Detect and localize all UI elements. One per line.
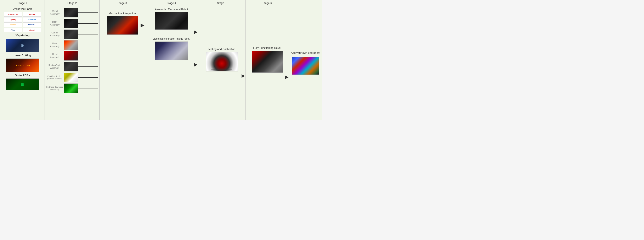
rocker-connector <box>78 66 98 67</box>
trossen-logo: TROSSEN <box>22 12 41 17</box>
stage-6: Stage 6 Fully Functioning Rover ▶ <box>246 0 289 120</box>
pivot-assembly-image <box>64 40 78 50</box>
elec-testing-label: Electrical Testing(outside of robot) <box>46 75 64 80</box>
stage-4: Stage 4 Assembled Mechanical Robot ▶ Ele… <box>145 0 198 120</box>
electrical-integration-title: Electrical Integration (inside robot) <box>152 37 190 41</box>
stage3-to-stage4-arrow: ▶ <box>140 22 144 28</box>
software-connector <box>78 88 98 88</box>
stage-1-header: Stage 1 <box>0 0 44 6</box>
corner-assembly-image <box>64 30 78 39</box>
stage-2-header: Stage 2 <box>45 0 100 6</box>
testing-image <box>206 52 238 71</box>
corner-assembly-row: CornerAssembly <box>46 29 98 40</box>
main-diagram: Stage 1 Order the Parts McMaster-Carr TR… <box>0 0 322 120</box>
3dprinting-title: 3D printing <box>15 34 30 37</box>
digikey-logo: Digi-Key <box>4 17 22 22</box>
head-connector <box>78 56 98 56</box>
upgrades-title: Add your own upgrades! <box>291 51 320 55</box>
stage-3: Stage 3 Mechanical Integration ▶ <box>100 0 145 120</box>
usdigital-logo: US DIGITAL <box>22 23 41 27</box>
stage-2: Stage 2 WheelAssembly BodyAssembly Corn <box>45 0 100 120</box>
stage-final: - Add your own upgrades! <box>289 0 322 120</box>
wheel-assembly-image <box>64 8 78 18</box>
functioning-rover-title: Fully Functioning Rover <box>253 46 282 50</box>
body-assembly-row: BodyAssembly <box>46 18 98 29</box>
software-image <box>64 83 78 93</box>
3dprint-image: ⚙ <box>6 39 39 52</box>
assembled-robot-block: Assembled Mechanical Robot <box>155 8 188 30</box>
mech-integration-title: Mechanical Integration <box>109 12 136 15</box>
stage-1: Stage 1 Order the Parts McMaster-Carr TR… <box>0 0 45 120</box>
elec-testing-row: Electrical Testing(outside of robot) <box>46 72 98 83</box>
adafruit-logo: adafruit <box>22 28 41 32</box>
head-assembly-image <box>64 51 78 61</box>
head-assembly-row: HeadAssembly <box>46 51 98 61</box>
assembled-robot-title: Assembled Mechanical Robot <box>155 8 188 11</box>
order-pcbs-title: Order PCBs <box>15 74 30 77</box>
head-assembly-label: HeadAssembly <box>46 53 64 59</box>
functioning-rover-block: Fully Functioning Rover <box>252 46 283 73</box>
mcmaster-logo: McMaster-Carr <box>4 12 22 17</box>
order-parts-title: Order the Parts <box>13 7 32 10</box>
upgrades-image <box>292 57 319 75</box>
stage4-elec-to-stage5-arrow: ▶ <box>194 62 198 67</box>
body-connector <box>78 23 98 24</box>
pololu-logo: Pololu <box>4 28 22 32</box>
rocker-assembly-row: Rocker-BogieAssembly <box>46 62 98 72</box>
stage-6-header: Stage 6 <box>246 0 289 6</box>
testing-title: Testing and Calibration <box>208 48 235 51</box>
elec-connector <box>78 77 98 78</box>
rocker-assembly-label: Rocker-BogieAssembly <box>46 64 64 69</box>
mech-integration-image <box>107 16 138 35</box>
pivot-connector <box>78 45 98 45</box>
electrical-integration-image <box>155 42 188 60</box>
stage-4-header: Stage 4 <box>145 0 198 6</box>
corner-assembly-label: CornerAssembly <box>46 31 64 37</box>
assembled-robot-image <box>155 12 188 30</box>
software-row: Software Downloadand Setup <box>46 83 98 93</box>
stage5-to-stage6-arrow: ▶ <box>242 73 245 79</box>
laser-image: LASER CUTTING <box>6 59 39 72</box>
testing-block: Testing and Calibration <box>206 48 238 71</box>
body-assembly-label: BodyAssembly <box>46 21 64 26</box>
stage-5-header: Stage 5 <box>198 0 246 6</box>
stage-5: Stage 5 Testing and Calibration ▶ <box>198 0 246 120</box>
pivot-assembly-label: PivotAssembly <box>46 42 64 48</box>
wheel-assembly-row: WheelAssembly <box>46 8 98 18</box>
logo-grid: McMaster-Carr TROSSEN Digi-Key SERVOCITY… <box>4 12 41 32</box>
laser-cutting-title: Laser Cutting <box>14 54 31 57</box>
stage6-to-final-arrow: ▶ <box>285 74 288 80</box>
body-assembly-image <box>64 19 78 28</box>
stage4-to-stage5-arrow: ▶ <box>194 29 198 35</box>
wheel-connector <box>78 13 98 13</box>
functioning-rover-image <box>252 51 283 73</box>
servocity-logo: SERVOCITY <box>22 17 41 22</box>
pivot-assembly-row: PivotAssembly <box>46 40 98 50</box>
pcb-image: ▦ <box>6 79 39 90</box>
assemblies-list: WheelAssembly BodyAssembly CornerAssembl… <box>45 7 99 94</box>
amazon-logo: amazon <box>4 23 22 27</box>
mech-integration-block: Mechanical Integration <box>107 12 138 35</box>
corner-connector <box>78 34 98 35</box>
elec-testing-image <box>64 73 78 82</box>
stage-3-header: Stage 3 <box>100 0 145 6</box>
electrical-integration-block: Electrical Integration (inside robot) <box>152 37 190 60</box>
software-label: Software Downloadand Setup <box>46 86 64 91</box>
rocker-assembly-image <box>64 62 78 71</box>
wheel-assembly-label: WheelAssembly <box>46 10 64 15</box>
